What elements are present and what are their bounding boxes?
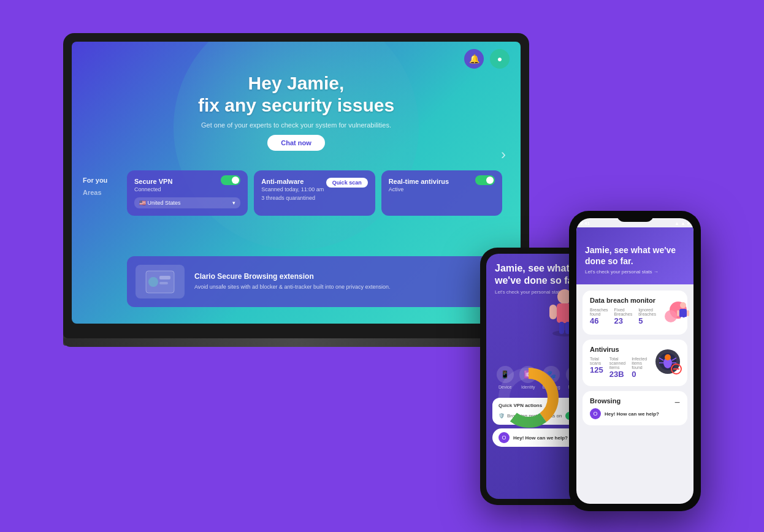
breach-illustration [661,297,693,329]
antimalware-detail: 3 threads quarantined [261,195,367,201]
status-time: 9:41 [580,221,590,226]
vpn-toggle[interactable] [221,175,240,185]
laptop-hero: Hey Jamie, fix any security issues Get o… [72,72,521,151]
phone-front-top: Jamie, see what we've done so far. Let's… [576,227,693,284]
breach-value-1: 46 [590,316,608,325]
laptop-title-line2: fix any security issues [72,94,521,116]
svg-rect-10 [549,305,557,319]
help-icon: O [499,432,510,443]
antivirus-illustration [652,346,684,378]
breach-row-1: Breaches found 46 Fixed Breaches 23 Igno… [590,308,656,325]
data-breach-card: Data breach monitor Breaches found 46 Fi… [583,291,687,335]
browsing-help-text: Hey! How can we help? [605,411,659,417]
antivirus-card: Real-time antivirus Active [381,170,502,216]
donut-chart [495,364,562,431]
vpn-card-sub: Connected [134,186,240,192]
extension-thumbnail [136,265,185,298]
laptop-title-line1: Hey Jamie, [72,72,521,94]
collapse-icon[interactable]: − [674,397,680,408]
svg-rect-19 [687,310,689,316]
breach-label-1: Breaches found [590,308,608,316]
dropdown-chevron-icon: ▾ [232,200,235,206]
breach-label-2: Fixed Breaches [614,308,633,316]
vpn-dropdown[interactable]: 🇺🇸 United States ▾ [134,197,240,208]
laptop-base [63,333,529,346]
browsing-help-icon: O [590,408,601,419]
antivirus-content: Antivirus Total scans 125 Total scanned … [590,346,647,380]
laptop-hinge [63,333,529,338]
antivirus-row-1: Total scans 125 Total scanned items 23B … [590,357,647,379]
antimalware-card: Anti-malware Quick scan Scanned today, 1… [254,170,375,216]
browsing-card-title: Browsing [590,397,621,405]
nav-areas[interactable]: Areas [83,189,107,196]
phone-front: 9:41 ▲ ▲ ● Jamie, see what we've done so… [569,211,701,511]
extension-desc: Avoid unsafe sites with ad blocker & ant… [194,283,391,291]
status-icons: ▲ ▲ ● [674,221,690,226]
laptop-foot [63,338,529,347]
svg-rect-21 [684,317,687,322]
extension-text-block: Clario Secure Browsing extension Avoid u… [194,272,391,291]
phone-front-cards: Data breach monitor Breaches found 46 Fi… [576,284,693,431]
scene: 🔔 ● Hey Jamie, fix any security issues G… [45,15,719,517]
browsing-card: Browsing − O Hey! How can we help? [583,391,687,425]
phone-front-greeting: Jamie, see what we've done so far. [585,245,685,267]
laptop: 🔔 ● Hey Jamie, fix any security issues G… [63,33,529,376]
laptop-screen-outer: 🔔 ● Hey Jamie, fix any security issues G… [63,33,529,333]
chat-now-button[interactable]: Chat now [267,135,325,151]
laptop-bottom-row: Clario Secure Browsing extension Avoid u… [127,256,502,307]
phone-notch [617,211,654,222]
vpn-card: Secure VPN Connected 🇺🇸 United States ▾ [127,170,248,216]
svg-rect-17 [679,309,687,317]
svg-point-25 [665,354,671,360]
svg-point-15 [665,310,677,322]
breach-label-3: Ignored breaches [638,308,656,316]
breach-value-3: 5 [638,316,656,325]
breach-value-2: 23 [614,316,633,325]
nav-for-you[interactable]: For you [83,177,107,184]
svg-point-16 [680,302,686,308]
extension-title: Clario Secure Browsing extension [194,272,391,281]
antivirus-sub: Active [389,186,495,192]
laptop-nav: For you Areas [83,177,107,196]
laptop-cards-row: Secure VPN Connected 🇺🇸 United States ▾ … [127,170,502,216]
phone-front-screen: 9:41 ▲ ▲ ● Jamie, see what we've done so… [576,218,693,504]
av-label-1: Total scans [590,357,603,365]
data-breach-content: Data breach monitor Breaches found 46 Fi… [590,297,656,327]
browsing-extension-card: Clario Secure Browsing extension Avoid u… [127,256,502,307]
av-label-3: Infected items found [632,357,647,370]
chevron-right-icon[interactable]: › [501,146,506,163]
svg-rect-12 [559,322,564,334]
av-value-3: 0 [632,370,647,379]
svg-rect-2 [159,276,170,279]
antivirus-stats-title: Antivirus [590,346,647,353]
av-value-1: 125 [590,365,603,374]
laptop-screen: 🔔 ● Hey Jamie, fix any security issues G… [72,42,521,324]
av-value-2: 23B [609,370,625,379]
laptop-header-icons: 🔔 ● [464,49,510,69]
svg-rect-3 [159,282,168,284]
notification-icon[interactable]: 🔔 [464,49,484,69]
phone-back-help-text: Hey! How can we help? [513,435,568,441]
svg-rect-20 [681,317,683,322]
browsing-help-row[interactable]: O Hey! How can we help? [590,408,680,419]
antivirus-stats-card: Antivirus Total scans 125 Total scanned … [583,340,687,386]
laptop-subtitle: Get one of your experts to check your sy… [72,121,521,129]
phone-front-shell: 9:41 ▲ ▲ ● Jamie, see what we've done so… [569,211,701,511]
phone-front-stats-link[interactable]: Let's check your personal stats → [585,269,685,275]
antimalware-sub: Scanned today, 11:00 am [261,186,367,192]
vpn-country: 🇺🇸 United States [139,200,181,206]
av-label-2: Total scanned items [609,357,625,370]
antivirus-toggle[interactable] [475,175,495,185]
data-breach-title: Data breach monitor [590,297,656,304]
svg-rect-18 [677,310,679,316]
user-avatar[interactable]: ● [490,49,510,69]
svg-point-1 [148,277,158,287]
